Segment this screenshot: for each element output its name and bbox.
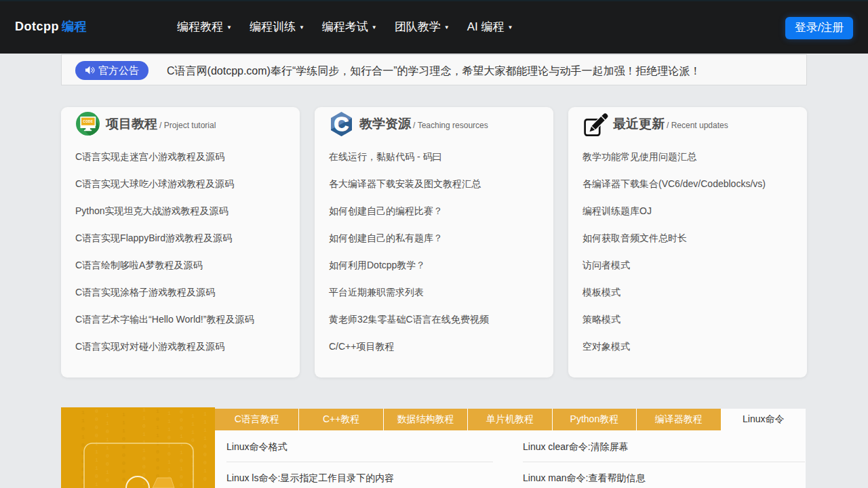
svg-text:0: 0 <box>95 432 98 439</box>
svg-text:1: 1 <box>142 480 146 486</box>
svg-text:0: 0 <box>156 416 159 422</box>
svg-text:0: 0 <box>122 436 125 442</box>
svg-text:0: 0 <box>142 472 146 478</box>
svg-text:0: 0 <box>167 434 171 441</box>
svg-text:1: 1 <box>156 408 159 414</box>
svg-text:0: 0 <box>156 449 159 455</box>
svg-text:0: 0 <box>203 476 207 482</box>
svg-text:0: 0 <box>180 425 183 431</box>
svg-text:0: 0 <box>180 458 183 464</box>
svg-text:1: 1 <box>203 411 207 417</box>
svg-text:1: 1 <box>167 426 171 432</box>
svg-text:1: 1 <box>95 465 98 471</box>
svg-text:1: 1 <box>106 412 109 418</box>
svg-text:1: 1 <box>142 415 146 421</box>
svg-text:0: 0 <box>106 461 109 467</box>
svg-text:1: 1 <box>167 459 171 465</box>
svg-text:1: 1 <box>156 432 159 439</box>
svg-text:0: 0 <box>122 460 125 466</box>
svg-text:0: 0 <box>95 424 98 430</box>
svg-text:0: 0 <box>180 417 183 423</box>
svg-text:1: 1 <box>122 411 125 418</box>
svg-text:1: 1 <box>203 419 207 425</box>
svg-text:0: 0 <box>203 460 207 466</box>
svg-text:0: 0 <box>180 474 183 480</box>
svg-text:1: 1 <box>142 447 146 453</box>
svg-text:1: 1 <box>95 457 98 463</box>
svg-text:0: 0 <box>180 409 183 415</box>
svg-text:1: 1 <box>203 435 207 441</box>
svg-text:0: 0 <box>81 442 85 448</box>
svg-text:1: 1 <box>191 413 195 419</box>
svg-text:0: 0 <box>95 408 98 414</box>
svg-text:C: C <box>334 113 349 135</box>
svg-text:0: 0 <box>156 457 159 463</box>
svg-text:1: 1 <box>81 434 85 440</box>
svg-text:0: 0 <box>191 437 195 443</box>
svg-text:1: 1 <box>81 409 85 415</box>
svg-text:0: 0 <box>122 452 125 458</box>
svg-text:1: 1 <box>167 467 171 473</box>
svg-text:0: 0 <box>106 453 109 459</box>
svg-text:1: 1 <box>106 469 109 475</box>
svg-text:1: 1 <box>106 436 109 443</box>
svg-text:1: 1 <box>81 418 85 424</box>
svg-text:0: 0 <box>122 444 125 450</box>
svg-text:0: 0 <box>142 455 146 462</box>
svg-text:0: 0 <box>142 423 146 429</box>
svg-text:0: 0 <box>142 464 146 470</box>
svg-text:0: 0 <box>95 416 98 422</box>
svg-text:0: 0 <box>106 477 109 483</box>
svg-text:0: 0 <box>122 476 125 483</box>
svg-text:1: 1 <box>180 441 183 447</box>
svg-text:0: 0 <box>167 451 171 457</box>
svg-text:1: 1 <box>106 420 109 426</box>
svg-text:0: 0 <box>122 468 125 474</box>
svg-text:1: 1 <box>95 449 98 455</box>
svg-text:1: 1 <box>142 407 146 413</box>
svg-text:CODE: CODE <box>83 120 93 123</box>
svg-text:1: 1 <box>180 449 183 455</box>
svg-text:1: 1 <box>142 439 146 445</box>
svg-text:0: 0 <box>203 451 207 458</box>
svg-text:1: 1 <box>167 410 171 416</box>
svg-text:0: 0 <box>81 426 85 432</box>
svg-text:1: 1 <box>106 445 109 451</box>
svg-text:0: 0 <box>180 482 183 488</box>
svg-text:1: 1 <box>191 429 195 435</box>
svg-text:1: 1 <box>203 468 207 474</box>
svg-text:0: 0 <box>203 443 207 449</box>
svg-text:1: 1 <box>180 466 183 472</box>
svg-text:1: 1 <box>122 428 125 434</box>
svg-text:0: 0 <box>95 473 98 479</box>
svg-text:1: 1 <box>95 481 98 487</box>
svg-text:1: 1 <box>142 431 146 437</box>
svg-text:0: 0 <box>106 428 109 434</box>
svg-text:1: 1 <box>156 424 159 430</box>
svg-text:1: 1 <box>122 420 125 426</box>
svg-text:1: 1 <box>191 421 195 427</box>
svg-text:0: 0 <box>156 465 159 471</box>
svg-text:1: 1 <box>167 418 171 424</box>
svg-text:1: 1 <box>180 433 183 439</box>
svg-text:1: 1 <box>203 427 207 433</box>
